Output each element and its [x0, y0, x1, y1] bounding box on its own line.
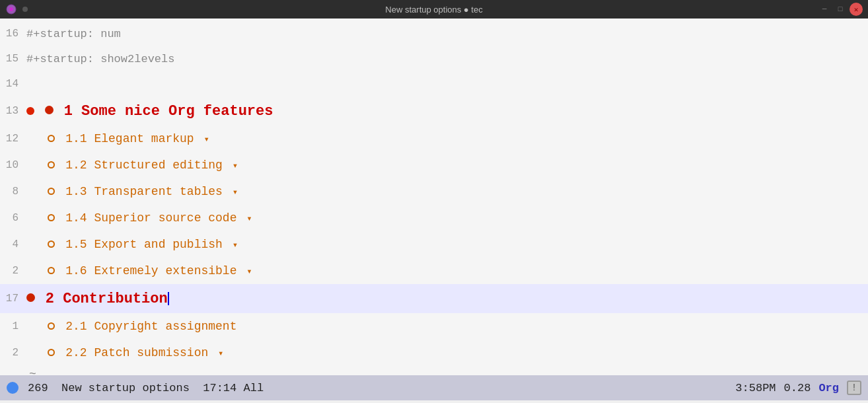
heading1-text: 1 Some nice Org features — [64, 103, 273, 120]
line-row: 8 1.3 Transparent tables ▾ — [0, 178, 868, 205]
editor-content[interactable]: 16 #+startup: num 15 #+startup: show2lev… — [0, 18, 868, 375]
bullet-empty — [48, 267, 55, 274]
close-button[interactable]: ✕ — [850, 3, 863, 16]
status-time: 3:58PM — [735, 382, 776, 394]
line-number: 16 — [0, 28, 26, 40]
heading2-text: 2.1 Copyright assignment — [65, 320, 236, 333]
bullet-filled-2 — [26, 293, 35, 302]
emacs-icon — [5, 3, 17, 15]
line-row: 15 #+startup: show2levels — [0, 46, 868, 71]
text-cursor — [168, 292, 169, 305]
line-row: 2 2.2 Patch submission ▾ — [0, 340, 868, 366]
line-content: 1.2 Structured editing ▾ — [26, 159, 868, 172]
line-row: 10 1.2 Structured editing ▾ — [0, 152, 868, 178]
line-row: 12 1.1 Elegant markup ▾ — [0, 126, 868, 152]
line-number: 17 — [0, 293, 26, 305]
line-row: 16 #+startup: num — [0, 21, 868, 46]
status-cpu: 0.28 — [784, 382, 811, 394]
minimize-button[interactable]: ─ — [818, 3, 831, 16]
maximize-button[interactable]: □ — [834, 3, 847, 16]
line-number: 13 — [0, 105, 26, 117]
line-content: 1.4 Superior source code ▾ — [26, 211, 868, 225]
bullet-empty — [48, 240, 55, 248]
tilde-char: ~ — [29, 367, 36, 375]
line-content: #+startup: show2levels — [26, 53, 868, 65]
line-row: 17 2 Contribution — [0, 284, 868, 313]
status-scope: All — [236, 382, 264, 394]
title-bar: New startup options ● tec ─ □ ✕ — [0, 0, 868, 18]
status-dot — [7, 382, 18, 394]
line-content: #+startup: num — [26, 28, 868, 40]
status-line-number: 269 — [28, 382, 48, 394]
line-content: 1.1 Elegant markup ▾ — [26, 132, 868, 145]
heading1-text-cursor: 2 Contribution — [46, 291, 169, 307]
line-row: 6 1.4 Superior source code ▾ — [0, 205, 868, 231]
status-right: 3:58PM 0.28 Org ! — [735, 381, 861, 395]
line-number: 4 — [0, 238, 26, 250]
bullet-filled — [26, 105, 57, 118]
line-number: 10 — [0, 159, 26, 171]
line-number: 12 — [0, 133, 26, 145]
heading2-text: 1.6 Extremely extensible ▾ — [65, 264, 252, 277]
line-content: 2 Contribution — [26, 291, 868, 307]
bullet-empty — [48, 322, 55, 330]
line-row: 2 1.6 Extremely extensible ▾ — [0, 258, 868, 284]
line-row: 4 1.5 Export and publish ▾ — [0, 231, 868, 258]
line-content: 1.3 Transparent tables ▾ — [26, 185, 868, 198]
line-number: 15 — [0, 53, 26, 65]
line-number: 14 — [0, 78, 26, 90]
line-number: 2 — [0, 265, 26, 277]
title-bar-left — [5, 3, 28, 15]
heading2-text: 1.3 Transparent tables ▾ — [65, 185, 238, 198]
svg-point-1 — [9, 7, 13, 11]
line-number: 6 — [0, 212, 26, 224]
line-content: 1 Some nice Org features — [26, 103, 868, 120]
bullet-empty — [48, 214, 55, 221]
line-row: 14 — [0, 71, 868, 96]
line-content: 2.2 Patch submission ▾ — [26, 346, 868, 359]
status-position: 17:14 — [203, 382, 236, 394]
bullet-empty — [48, 135, 55, 142]
editor-area: 16 #+startup: num 15 #+startup: show2lev… — [0, 18, 868, 375]
line-row: 13 1 Some nice Org features — [0, 96, 868, 126]
status-buffer-name: New startup options — [48, 382, 203, 394]
window-title: New startup options ● tec — [385, 5, 482, 15]
status-mode: Org — [818, 382, 839, 394]
heading2-text: 1.5 Export and publish ▾ — [65, 238, 238, 251]
bullet-empty — [48, 161, 55, 168]
line-number — [0, 368, 26, 375]
line-number: 1 — [0, 320, 26, 332]
heading2-text: 1.1 Elegant markup ▾ — [65, 132, 209, 145]
line-number: 2 — [0, 347, 26, 359]
line-content — [26, 77, 868, 91]
title-bar-controls: ─ □ ✕ — [818, 3, 863, 16]
line-content: 2.1 Copyright assignment — [26, 320, 868, 333]
line-content: 1.6 Extremely extensible ▾ — [26, 264, 868, 277]
line-row: 1 2.1 Copyright assignment — [0, 313, 868, 340]
bullet-empty — [48, 188, 55, 195]
status-warning-icon[interactable]: ! — [847, 381, 861, 395]
heading2-text: 1.2 Structured editing ▾ — [65, 159, 238, 172]
bullet-empty — [48, 349, 55, 356]
warning-label: ! — [851, 383, 857, 393]
heading2-text: 2.2 Patch submission ▾ — [65, 346, 223, 359]
heading2-text: 1.4 Superior source code ▾ — [65, 211, 252, 225]
status-bar: 269 New startup options 17:14 All 3:58PM… — [0, 375, 868, 400]
line-number: 8 — [0, 186, 26, 198]
tilde-line: ~ — [0, 366, 868, 375]
title-bar-dot — [22, 7, 28, 12]
line-content: 1.5 Export and publish ▾ — [26, 238, 868, 251]
